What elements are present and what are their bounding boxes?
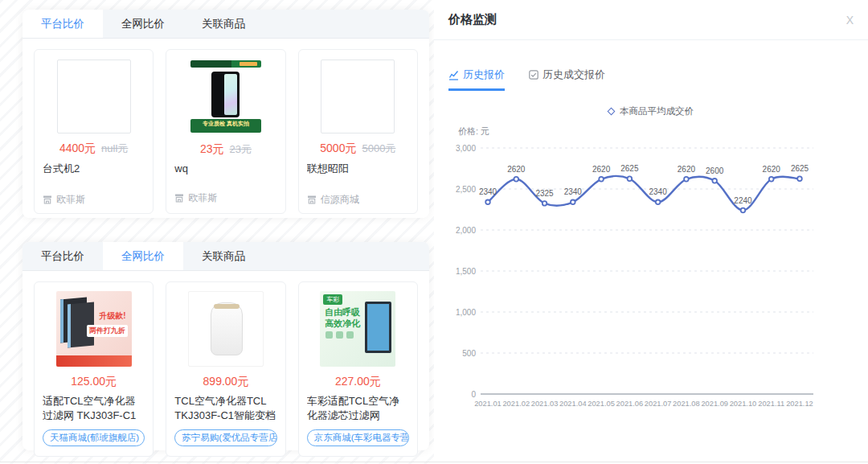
data-point-label: 2600	[706, 166, 724, 175]
y-tick-label: 0	[471, 390, 476, 399]
x-tick-label: 2021.03	[531, 400, 559, 408]
data-point-marker	[599, 177, 604, 182]
product-card[interactable]: 4400元null元台式机2欧菲斯	[34, 49, 154, 214]
x-tick-label: 2021.11	[758, 400, 784, 408]
x-tick-label: 2021.01	[474, 400, 502, 408]
product-price: 5000元	[320, 142, 356, 154]
price-monitor-header: 价格监测 X	[434, 0, 868, 40]
price-history-chart-svg: 价格: 元05001,0001,5002,0002,5003,0002021.0…	[434, 122, 868, 418]
y-tick-label: 3,000	[456, 144, 476, 153]
cards-row: 4400元null元台式机2欧菲斯专业质检 真机实拍23元23元wq欧菲斯500…	[23, 39, 429, 224]
product-card[interactable]: 车彩自由呼吸高效净化227.00元车彩适配TCL空气净化器滤芯过滤网 TKJ30…	[298, 281, 418, 457]
price-monitor-panel: 价格监测 X 历史报价历史成交报价 本商品平均成交价 价格: 元05001,00…	[434, 0, 868, 464]
x-tick-label: 2021.09	[701, 400, 728, 408]
data-point-label: 2340	[479, 187, 497, 196]
store-name: 欧菲斯	[188, 191, 217, 205]
x-tick-label: 2021.02	[502, 400, 530, 408]
product-image-purifier	[188, 291, 264, 367]
panel-title: 价格监测	[448, 12, 497, 27]
tabbar: 平台比价全网比价关联商品	[23, 242, 429, 271]
data-point-marker	[656, 200, 661, 205]
x-tick-label: 2021.07	[645, 400, 672, 408]
data-point-marker	[741, 208, 746, 213]
data-point-label: 2620	[678, 165, 696, 174]
y-axis-title: 价格: 元	[458, 126, 489, 136]
store-badge: 苏宁易购(爱优品专营店)	[174, 429, 276, 446]
filter-shape	[365, 302, 391, 353]
x-tick-label: 2021.05	[588, 400, 615, 408]
promo-text: 升级款!	[99, 310, 125, 322]
tab-platform-compare[interactable]: 平台比价	[23, 10, 103, 38]
data-point-label: 2625	[791, 164, 809, 173]
store-badge: 天猫商城(郁琥旗舰店)	[43, 429, 145, 446]
product-name: 适配TCL空气净化器过滤网 TKJ303F-C1 TKJ308F-A...	[43, 394, 145, 423]
tab-platform-compare[interactable]: 平台比价	[23, 242, 103, 270]
data-point-marker	[542, 201, 547, 206]
data-point-label: 2625	[620, 164, 639, 173]
promo-text: 自由呼吸	[325, 306, 360, 318]
data-point-marker	[514, 177, 518, 182]
price-row: 125.00元	[43, 374, 145, 389]
price-row: 23元23元	[174, 142, 276, 157]
tab-network-compare[interactable]: 全网比价	[103, 10, 183, 38]
tab-related-products[interactable]: 关联商品	[183, 242, 264, 270]
tab-related-products[interactable]: 关联商品	[183, 10, 264, 38]
price-row: 227.00元	[307, 374, 409, 389]
tab-network-compare[interactable]: 全网比价	[103, 242, 183, 270]
promo-band	[56, 355, 132, 367]
product-card[interactable]: 899.00元TCL空气净化器TCL TKJ303F-C1智能变档 自动净化..…	[166, 281, 285, 457]
data-point-label: 2620	[507, 165, 526, 174]
x-tick-label: 2021.08	[673, 400, 700, 408]
promo-banner-bottom: 专业质检 真机实拍	[190, 119, 261, 133]
store-row: 信源商城	[307, 193, 409, 207]
product-price: 23元	[200, 142, 224, 155]
promo-banner-top	[190, 60, 261, 68]
legend-label: 本商品平均成交价	[620, 105, 694, 117]
product-price: 4400元	[59, 142, 96, 154]
close-icon[interactable]: X	[846, 14, 854, 27]
data-point-label: 2325	[535, 189, 554, 198]
product-card[interactable]: 专业质检 真机实拍23元23元wq欧菲斯	[166, 49, 285, 214]
diamond-outline-icon	[608, 108, 616, 116]
data-point-label: 2620	[763, 165, 781, 174]
phone-screen	[224, 74, 237, 115]
product-image-filter-red: 升级款!两件打九折	[56, 291, 132, 367]
product-price: 899.00元	[203, 375, 249, 388]
purifier-body	[211, 302, 243, 355]
product-original-price: null元	[101, 142, 128, 154]
product-card[interactable]: 升级款!两件打九折125.00元适配TCL空气净化器过滤网 TKJ303F-C1…	[34, 281, 154, 457]
y-tick-label: 1,000	[456, 308, 476, 317]
store-badge: 京东商城(车彩电器专营店)	[307, 429, 409, 446]
shop-icon	[307, 195, 317, 204]
y-tick-label: 500	[462, 349, 476, 358]
tabbar: 平台比价全网比价关联商品	[23, 10, 429, 39]
product-image-filter-green: 车彩自由呼吸高效净化	[320, 291, 395, 367]
data-point-marker	[571, 200, 575, 205]
data-point-marker	[712, 179, 717, 183]
product-image-placeholder	[57, 60, 131, 133]
chart-legend[interactable]: 本商品平均成交价	[434, 105, 868, 117]
data-point-label: 2620	[592, 165, 611, 174]
promo-text: 高效净化	[325, 318, 360, 330]
shop-icon	[174, 194, 184, 203]
tab-history-quote[interactable]: 历史报价	[448, 68, 505, 91]
trend-chart-icon	[448, 70, 459, 80]
data-point-label: 2340	[564, 187, 583, 196]
checkbox-icon	[529, 70, 538, 80]
product-name: 台式机2	[43, 162, 145, 176]
price-monitor-tabs: 历史报价历史成交报价	[448, 68, 605, 91]
product-card[interactable]: 5000元5000元联想昭阳信源商城	[298, 49, 418, 214]
product-name: 联想昭阳	[307, 162, 409, 176]
tab-history-deal-quote[interactable]: 历史成交报价	[529, 68, 605, 91]
data-point-marker	[628, 176, 633, 181]
product-name: 车彩适配TCL空气净化器滤芯过滤网 TKJ303F-C1	[307, 394, 409, 423]
price-row: 4400元null元	[43, 141, 145, 156]
y-tick-label: 2,000	[456, 226, 476, 235]
data-point-label: 2340	[649, 187, 668, 196]
data-point-label: 2240	[734, 196, 752, 205]
product-name: wq	[174, 162, 276, 175]
compare-panel-network-compare: 平台比价全网比价关联商品升级款!两件打九折125.00元适配TCL空气净化器过滤…	[23, 242, 429, 450]
promo-dots	[326, 331, 333, 339]
product-price: 227.00元	[335, 375, 381, 388]
x-tick-label: 2021.04	[559, 400, 587, 408]
